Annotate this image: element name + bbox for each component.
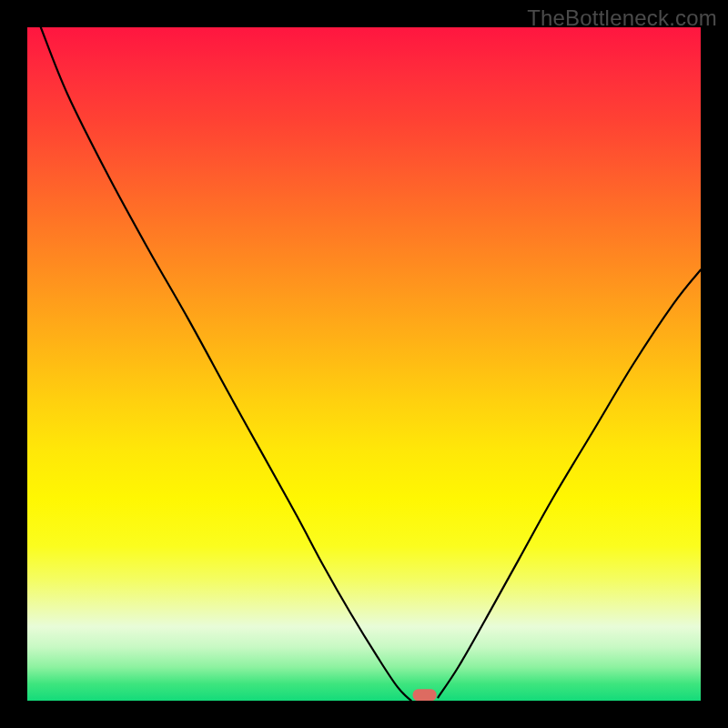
minimum-marker xyxy=(413,689,437,701)
plot-area xyxy=(27,27,701,701)
bottleneck-curve-left xyxy=(41,27,411,701)
bottleneck-curve-right xyxy=(438,269,701,697)
chart-outer-frame: TheBottleneck.com xyxy=(0,0,728,728)
curve-layer xyxy=(27,27,701,701)
watermark-text: TheBottleneck.com xyxy=(527,5,717,31)
